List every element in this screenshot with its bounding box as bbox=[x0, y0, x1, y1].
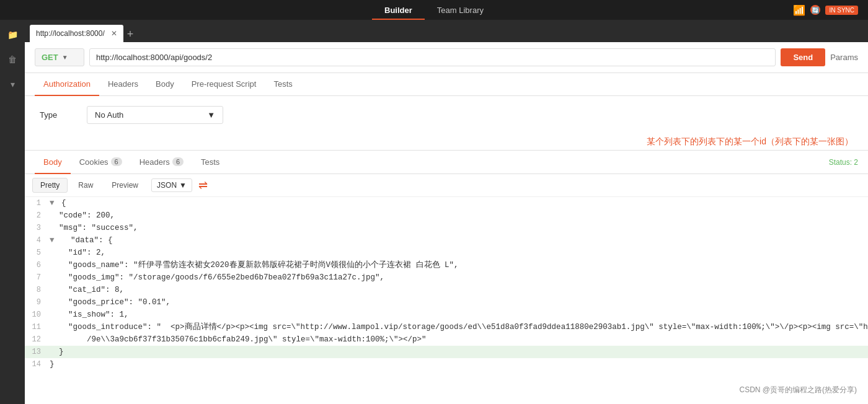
method-select[interactable]: GET ▼ bbox=[35, 48, 84, 66]
tab-headers[interactable]: Headers bbox=[99, 73, 147, 96]
tab-add-button[interactable]: + bbox=[127, 29, 134, 40]
line-number: 6 bbox=[25, 260, 47, 271]
table-row: 4▼ "data": { bbox=[25, 234, 868, 247]
url-tab[interactable]: http://localhost:8000/ ✕ bbox=[30, 25, 123, 42]
line-content: "goods_introduce": " <p>商品详情</p><p><img … bbox=[47, 322, 868, 333]
request-bar: GET ▼ Send Params bbox=[25, 42, 868, 73]
params-label[interactable]: Params bbox=[830, 53, 858, 62]
table-row: 1▼ { bbox=[25, 197, 868, 209]
line-number: 9 bbox=[25, 297, 47, 308]
json-format-select[interactable]: JSON ▼ bbox=[151, 178, 192, 192]
line-number: 13 bbox=[25, 346, 47, 358]
resp-tab-cookies[interactable]: Cookies 6 bbox=[71, 151, 131, 174]
fmt-tab-raw[interactable]: Raw bbox=[70, 178, 101, 193]
cookies-badge: 6 bbox=[111, 157, 122, 166]
top-nav: Builder Team Library 📶 🔄 IN SYNC bbox=[0, 0, 868, 20]
table-row: 5 "id": 2, bbox=[25, 247, 868, 259]
line-number: 10 bbox=[25, 309, 47, 320]
type-select[interactable]: No Auth ▼ bbox=[87, 106, 223, 124]
table-row: 14} bbox=[25, 358, 868, 371]
line-content: "is_show": 1, bbox=[47, 309, 868, 320]
top-nav-tabs: Builder Team Library bbox=[372, 0, 496, 20]
sync-icon: 🔄 bbox=[810, 5, 820, 15]
line-toggle-icon[interactable]: ▼ bbox=[50, 236, 59, 245]
line-content: /9e\\3a9cb6f37f31b35076c1bb6cfab249.jpg\… bbox=[47, 334, 868, 345]
status-label: Status: 2 bbox=[829, 158, 858, 167]
table-row: 8 "cat_id": 8, bbox=[25, 284, 868, 296]
tab-authorization[interactable]: Authorization bbox=[35, 73, 99, 96]
resp-tab-body[interactable]: Body bbox=[35, 151, 71, 174]
url-input[interactable] bbox=[89, 48, 776, 66]
type-label: Type bbox=[40, 110, 77, 120]
wrap-icon[interactable]: ⇌ bbox=[198, 178, 208, 192]
resp-tab-headers[interactable]: Headers 6 bbox=[131, 151, 192, 174]
sidebar-icon-folder[interactable]: 📁 bbox=[2, 25, 22, 45]
line-content: } bbox=[47, 359, 868, 370]
response-tabs-bar: Body Cookies 6 Headers 6 Tests Status: 2 bbox=[25, 151, 868, 174]
line-number: 14 bbox=[25, 359, 47, 370]
line-number: 7 bbox=[25, 272, 47, 283]
tab-builder[interactable]: Builder bbox=[372, 0, 425, 20]
headers-badge: 6 bbox=[172, 157, 184, 166]
tab-tests[interactable]: Tests bbox=[265, 73, 301, 96]
table-row: 9 "goods_price": "0.01", bbox=[25, 296, 868, 309]
line-content: "code": 200, bbox=[47, 210, 868, 221]
annotation-text: 某个列表下的列表下的某一个id（列表下的某一张图） bbox=[25, 134, 868, 150]
line-content: "msg": "success", bbox=[47, 222, 868, 234]
type-row: Type No Auth ▼ bbox=[25, 96, 868, 134]
line-number: 2 bbox=[25, 210, 47, 221]
main-layout: 📁 🗑 ▾ http://localhost:8000/ ✕ + GET ▼ S… bbox=[0, 20, 868, 404]
line-content: ▼ { bbox=[47, 198, 868, 209]
line-number: 8 bbox=[25, 284, 47, 296]
content-area: http://localhost:8000/ ✕ + GET ▼ Send Pa… bbox=[25, 20, 868, 404]
line-content: "goods_price": "0.01", bbox=[47, 297, 868, 308]
line-number: 3 bbox=[25, 222, 47, 234]
fmt-tab-preview[interactable]: Preview bbox=[104, 178, 146, 193]
send-button[interactable]: Send bbox=[781, 48, 825, 66]
watermark: CSDN @贡哥的编程之路(热爱分享) bbox=[735, 384, 861, 397]
table-row: 2 "code": 200, bbox=[25, 209, 868, 222]
resp-tab-tests[interactable]: Tests bbox=[192, 151, 228, 174]
line-content: "goods_img": "/storage/goods/f6/655e2bed… bbox=[47, 272, 868, 283]
line-content: "cat_id": 8, bbox=[47, 284, 868, 296]
line-number: 1 bbox=[25, 198, 47, 209]
request-tabs: Authorization Headers Body Pre-request S… bbox=[25, 73, 868, 96]
line-content: "goods_name": "纤伊寻雪纺连衣裙女2020春夏新款韩版碎花裙子时尚… bbox=[47, 260, 868, 271]
sync-badge: IN SYNC bbox=[825, 6, 858, 15]
left-sidebar: 📁 🗑 ▾ bbox=[0, 20, 25, 404]
line-number: 4 bbox=[25, 235, 47, 246]
line-content: } bbox=[47, 346, 868, 358]
sidebar-icon-trash[interactable]: 🗑 bbox=[2, 50, 22, 69]
table-row: 6 "goods_name": "纤伊寻雪纺连衣裙女2020春夏新款韩版碎花裙子… bbox=[25, 259, 868, 271]
table-row: 7 "goods_img": "/storage/goods/f6/655e2b… bbox=[25, 271, 868, 284]
tab-bar: http://localhost:8000/ ✕ + bbox=[25, 20, 868, 42]
line-number: 11 bbox=[25, 322, 47, 333]
line-number: 5 bbox=[25, 247, 47, 258]
response-section: Body Cookies 6 Headers 6 Tests Status: 2 bbox=[25, 151, 868, 404]
method-chevron-icon: ▼ bbox=[62, 54, 68, 61]
json-editor[interactable]: 1▼ {2 "code": 200,3 "msg": "success",4▼ … bbox=[25, 197, 868, 404]
table-row: 12 /9e\\3a9cb6f37f31b35076c1bb6cfab249.j… bbox=[25, 333, 868, 346]
signal-icon: 📶 bbox=[793, 4, 805, 16]
tab-body[interactable]: Body bbox=[147, 73, 183, 96]
table-row: 10 "is_show": 1, bbox=[25, 309, 868, 321]
line-content: "id": 2, bbox=[47, 247, 868, 258]
table-row: 13 } bbox=[25, 346, 868, 358]
format-bar: Pretty Raw Preview JSON ▼ ⇌ bbox=[25, 174, 868, 197]
type-chevron-icon: ▼ bbox=[207, 110, 215, 120]
tab-team-library[interactable]: Team Library bbox=[425, 0, 496, 20]
table-row: 3 "msg": "success", bbox=[25, 222, 868, 234]
table-row: 11 "goods_introduce": " <p>商品详情</p><p><i… bbox=[25, 321, 868, 333]
line-content: ▼ "data": { bbox=[47, 235, 868, 246]
tab-pre-request-script[interactable]: Pre-request Script bbox=[183, 73, 265, 96]
sidebar-icon-dropdown[interactable]: ▾ bbox=[2, 74, 22, 94]
tab-close-icon[interactable]: ✕ bbox=[111, 29, 117, 38]
json-chevron-icon: ▼ bbox=[179, 181, 187, 190]
fmt-tab-pretty[interactable]: Pretty bbox=[32, 178, 68, 193]
line-toggle-icon[interactable]: ▼ bbox=[50, 199, 59, 208]
top-nav-right: 📶 🔄 IN SYNC bbox=[793, 4, 858, 16]
line-number: 12 bbox=[25, 334, 47, 345]
